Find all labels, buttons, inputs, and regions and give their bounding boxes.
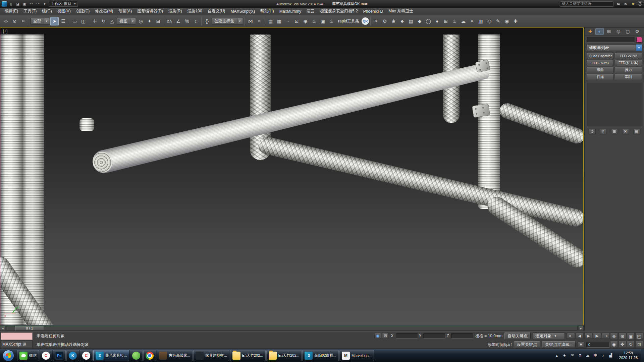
- time-slider-thumb[interactable]: 0 / 1: [15, 326, 44, 330]
- menu-item[interactable]: MaxMummy: [277, 8, 304, 14]
- menu-item[interactable]: 创建(C): [73, 8, 93, 15]
- plugin-book-icon[interactable]: ▥: [477, 17, 485, 25]
- menu-item[interactable]: Max 杀毒卫士: [386, 8, 416, 15]
- taskbar-item[interactable]: 藤艺家具模...: [93, 350, 129, 361]
- configure-modifier-sets-icon[interactable]: ▦: [633, 129, 640, 134]
- wicker-column-left-back[interactable]: [22, 35, 44, 325]
- bind-to-space-warp-icon[interactable]: ≈: [19, 17, 28, 25]
- tray-app-icon[interactable]: ◈: [562, 353, 567, 358]
- viewport[interactable]: [+] x y: [0, 27, 584, 325]
- align-icon[interactable]: ≡: [255, 17, 263, 25]
- redo-icon[interactable]: ↷: [35, 1, 41, 7]
- tray-network-icon[interactable]: ▟: [608, 353, 613, 358]
- menu-item[interactable]: 图形编辑器(D): [135, 8, 166, 15]
- menu-item[interactable]: 动画(A): [116, 8, 135, 15]
- maxscript-listener-label[interactable]: MAXScript 迷: [1, 341, 33, 348]
- pan-icon[interactable]: ✥: [619, 341, 626, 348]
- 3dsmax-logo-icon[interactable]: [2, 1, 7, 7]
- taskbar-item[interactable]: 古色高级家...: [157, 350, 193, 361]
- rectangular-selection-icon[interactable]: ▭: [70, 17, 79, 25]
- modifier-button[interactable]: 弯曲: [587, 67, 614, 73]
- taskbar-item[interactable]: [143, 350, 156, 361]
- time-slider-track[interactable]: 0 / 1: [6, 326, 578, 330]
- plugin-grid-icon[interactable]: ⊞: [442, 17, 450, 25]
- taskbar-item[interactable]: 家具建模交...: [193, 350, 229, 361]
- previous-frame-arrow[interactable]: ◂: [0, 325, 5, 331]
- plugin-gear-icon[interactable]: ⚙: [381, 17, 389, 25]
- workspace-dropdown[interactable]: 工作区: 默认 ▾: [49, 1, 78, 7]
- taskbar-item[interactable]: [80, 350, 93, 361]
- select-rotate-icon[interactable]: ↻: [99, 17, 108, 25]
- pin-stack-icon[interactable]: ⊙: [589, 129, 596, 134]
- set-key-button[interactable]: 设置关键点: [514, 341, 540, 348]
- tab-motion[interactable]: ◎: [614, 28, 623, 35]
- taskbar-item[interactable]: [130, 350, 143, 361]
- modifier-button[interactable]: 扫描: [587, 74, 614, 80]
- key-mode-toggle-icon[interactable]: ✱: [578, 342, 584, 348]
- show-desktop-button[interactable]: [641, 349, 644, 362]
- menu-item[interactable]: 修改器(M): [92, 8, 116, 15]
- menu-item[interactable]: MAXScript(X): [228, 8, 258, 14]
- remove-modifier-icon[interactable]: ✖: [622, 129, 629, 134]
- modifier-button[interactable]: FFD(长方体): [615, 60, 642, 66]
- menu-item[interactable]: 帮助(H): [258, 8, 277, 15]
- show-end-result-icon[interactable]: ▯: [600, 129, 607, 134]
- tray-volume-icon[interactable]: ♪: [601, 354, 606, 358]
- zoom-icon[interactable]: ⊕: [610, 333, 618, 340]
- keyboard-override-icon[interactable]: ⊞: [154, 17, 162, 25]
- percent-snap-icon[interactable]: %: [183, 17, 191, 25]
- maximize-viewport-icon[interactable]: ⊡: [635, 341, 643, 348]
- spinner-snap-icon[interactable]: ↕: [192, 17, 200, 25]
- menu-item[interactable]: 组(G): [39, 8, 54, 15]
- menu-item[interactable]: 极速瘦身安全归档5.2: [317, 8, 361, 15]
- viewport-menu-label[interactable]: [+]: [3, 29, 8, 34]
- plugin-teapot-icon[interactable]: ♨: [450, 17, 459, 25]
- zoom-extents-all-icon[interactable]: ◰: [635, 333, 643, 340]
- modifier-list-dropdown[interactable]: 修改器列表 ▼: [587, 44, 642, 51]
- tray-cloud-icon[interactable]: ☁: [585, 353, 590, 358]
- current-frame-field[interactable]: 0: [586, 342, 610, 348]
- qr-button[interactable]: QR: [362, 17, 369, 25]
- tab-utilities[interactable]: ⚙: [633, 28, 641, 35]
- plugin-ring-icon[interactable]: ◯: [424, 17, 433, 25]
- plugin-target-icon[interactable]: ◎: [485, 17, 494, 25]
- communication-center-icon[interactable]: ✉: [623, 1, 629, 7]
- metal-bracket-plate[interactable]: [472, 103, 490, 118]
- key-filters-button[interactable]: 关键点过滤器...: [542, 341, 576, 348]
- modifier-button[interactable]: FFD 3x3x3: [587, 60, 614, 66]
- select-scale-icon[interactable]: △: [108, 17, 116, 25]
- tray-expand-icon[interactable]: ▲: [554, 354, 559, 358]
- modifier-button[interactable]: 车削: [615, 74, 642, 80]
- taskbar-item[interactable]: 微信: [17, 350, 39, 361]
- help-icon[interactable]: ?: [638, 1, 642, 6]
- modifier-button[interactable]: FFD 2x2x2: [615, 53, 642, 59]
- render-production-icon[interactable]: ♨: [327, 17, 336, 25]
- plugin-flower-icon[interactable]: ❀: [389, 17, 398, 25]
- named-selection-sets-dropdown[interactable]: 创建选择集 ▼: [212, 18, 243, 24]
- plugin-cloud-icon[interactable]: ☁: [459, 17, 468, 25]
- undo-icon[interactable]: ↶: [28, 1, 34, 7]
- taskbar-item[interactable]: [40, 350, 52, 361]
- taskbar-item[interactable]: [53, 350, 66, 361]
- y-coordinate-field[interactable]: [423, 333, 445, 339]
- start-button[interactable]: [3, 350, 14, 361]
- x-coordinate-field[interactable]: [396, 333, 418, 339]
- modifier-button[interactable]: 推力: [615, 67, 642, 73]
- isolate-selection-icon[interactable]: ◉: [374, 333, 381, 339]
- prev-frame-icon[interactable]: ◀: [576, 333, 584, 339]
- taskbar-item[interactable]: Marvelous...: [339, 350, 374, 361]
- tray-settings-icon[interactable]: ⚙: [578, 353, 583, 358]
- taskbar-item[interactable]: E:\天竹202...: [266, 350, 302, 361]
- taskbar-item[interactable]: 藤编02白模...: [302, 350, 338, 361]
- plugin-tree-icon[interactable]: ♣: [398, 17, 407, 25]
- selected-object-dropdown[interactable]: 选定对象 ▼: [533, 333, 565, 339]
- rendered-frame-icon[interactable]: ▣: [319, 17, 327, 25]
- z-coordinate-field[interactable]: [451, 333, 473, 339]
- auto-key-button[interactable]: 自动关键点: [504, 333, 531, 339]
- quick-access-menu-icon[interactable]: ▾: [42, 1, 48, 7]
- use-pivot-center-icon[interactable]: ◎: [137, 17, 145, 25]
- open-file-icon[interactable]: ◪: [15, 1, 21, 7]
- menu-item[interactable]: 渲云: [304, 8, 317, 15]
- select-manipulate-icon[interactable]: ✦: [145, 17, 154, 25]
- zoom-all-icon[interactable]: ⊞: [619, 333, 626, 340]
